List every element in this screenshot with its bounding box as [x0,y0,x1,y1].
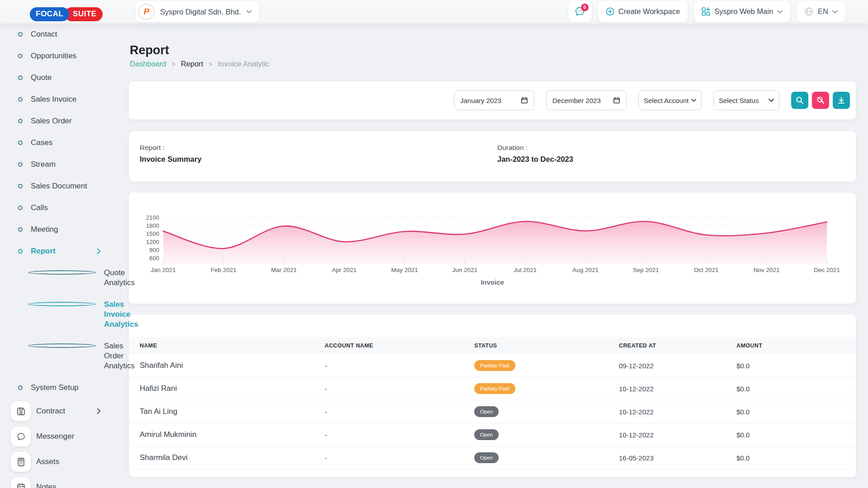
chat-bubble-icon [16,432,26,441]
status-select-value: Select Status [719,97,759,104]
app-selector-label: Syspro Web Main [714,7,773,16]
svg-text:Feb 2021: Feb 2021 [211,267,236,273]
breadcrumb-invoice-analytic: Invoice Analytic [218,60,269,68]
col-header-account-name: ACCOUNT NAME [325,337,474,354]
svg-text:Mar 2021: Mar 2021 [271,267,297,273]
breadcrumb-dashboard[interactable]: Dashboard [130,60,166,68]
sidebar-item-contract[interactable]: Contract [0,399,129,424]
cell-created-at: 10-12-2022 [619,423,736,446]
chevron-down-icon [832,10,838,14]
bullet-icon [28,270,96,275]
workspace-selector[interactable]: P Syspro Digital Sdn. Bhd. [136,1,259,22]
svg-text:Jun 2021: Jun 2021 [452,267,477,273]
chevron-down-icon [691,99,696,102]
sidebar-item-contact[interactable]: Contact [0,23,129,45]
sidebar-item-opportunities[interactable]: Opportunities [0,45,129,67]
table-row[interactable]: Tan Ai Ling - Open 10-12-2022 $0.0 [129,400,856,423]
plus-circle-icon [606,7,614,16]
table-row[interactable]: Hafizi Rani - Partialy Paid 10-12-2022 $… [129,377,856,400]
logo-suite: SUITE [65,7,103,21]
bullet-icon [18,119,23,123]
sidebar-item-stream[interactable]: Stream [0,154,129,175]
table-row[interactable]: Sharifah Aini - Partialy Paid 09-12-2022… [129,354,856,377]
invoice-chart-card: 6009001200150018002100Jan 2021Feb 2021Ma… [129,192,856,304]
notes-tile [11,477,31,488]
create-workspace-label: Create Workspace [618,7,680,16]
sidebar-item-meeting[interactable]: Meeting [0,219,129,240]
filter-bar: January 2023 December 2023 Select Accoun… [129,81,856,119]
svg-text:Sep 2021: Sep 2021 [633,267,659,273]
sidebar-item-system-setup[interactable]: System Setup [0,377,129,399]
svg-text:Aug 2021: Aug 2021 [572,267,599,273]
sidebar-item-label: Cases [31,138,52,147]
report-value: Invoice Summary [140,155,202,164]
sidebar-item-sales-invoice-analytics[interactable]: Sales Invoice Analytics [0,294,129,335]
language-selector[interactable]: EN [797,1,845,22]
language-code: EN [818,7,828,16]
start-date-input[interactable]: January 2023 [454,90,534,110]
sidebar-nav: Contact Opportunities Quote Sales Invoic… [0,23,129,488]
status-badge: Open [474,406,499,417]
duration-summary: Duration : Jan-2023 to Dec-2023 [497,144,573,164]
calendar-icon[interactable] [521,97,528,104]
sidebar-item-notes[interactable]: Notes [0,474,129,488]
svg-text:Nov 2021: Nov 2021 [754,267,780,273]
bullet-icon [18,162,23,167]
assets-tile [11,452,31,472]
app-logo: FOCAL SUITE [30,7,103,21]
search-icon [796,96,804,104]
sidebar-item-sales-document[interactable]: Sales Document [0,175,129,197]
sidebar-item-quote[interactable]: Quote [0,67,129,89]
bullet-icon [18,75,23,80]
cell-name: Sharmila Devi [129,446,325,469]
svg-text:Jan 2021: Jan 2021 [151,267,176,273]
table-row[interactable]: Amirul Mukminin - Open 10-12-2022 $0.0 [129,423,856,446]
bullet-icon [18,206,23,210]
breadcrumb-report[interactable]: Report [181,60,203,68]
bullet-icon [18,141,23,145]
svg-text:2100: 2100 [146,214,159,221]
filter-buttons [791,92,850,109]
sidebar-item-label: Contact [31,30,57,39]
cell-amount: $0.0 [736,446,856,469]
download-button[interactable] [833,92,850,109]
status-badge: Partialy Paid [474,360,515,371]
chevron-right-icon [97,408,101,414]
account-select[interactable]: Select Account [638,90,702,110]
cell-created-at: 10-12-2022 [619,400,736,423]
sidebar-item-sales-order-analytics[interactable]: Sales Order Analytics [0,335,129,377]
messages-button[interactable]: 0 [568,1,592,22]
cell-name: Amirul Mukminin [129,423,325,446]
cell-created-at: 10-12-2022 [619,377,736,400]
search-button[interactable] [791,92,808,109]
logo-focal: FOCAL [30,7,69,21]
app-selector[interactable]: Syspro Web Main [694,1,790,22]
sidebar-item-messenger[interactable]: Messenger [0,424,129,449]
clear-search-button[interactable] [812,92,829,109]
sidebar-item-sales-invoice[interactable]: Sales Invoice [0,89,129,110]
sidebar-item-assets[interactable]: Assets [0,449,129,474]
breadcrumb: Dashboard > Report > Invoice Analytic [130,60,269,68]
download-icon [837,96,845,104]
status-select[interactable]: Select Status [713,90,779,110]
calendar-icon[interactable] [613,97,620,104]
bullet-icon [18,32,23,37]
sidebar-item-sales-order[interactable]: Sales Order [0,110,129,132]
table-row[interactable]: Sharmila Devi - Open 16-05-2023 $0.0 [129,446,856,469]
status-badge: Open [474,452,499,463]
svg-text:Jul 2021: Jul 2021 [514,267,537,273]
svg-text:Oct 2021: Oct 2021 [694,267,719,273]
sidebar-item-report[interactable]: Report [0,240,129,262]
create-workspace-button[interactable]: Create Workspace [598,1,688,22]
breadcrumb-separator: > [208,61,212,68]
sidebar-item-quote-analytics[interactable]: Quote Analytics [0,262,129,294]
cell-account-name: - [325,400,474,423]
bullet-icon [18,184,23,188]
breadcrumb-separator: > [172,61,175,68]
sidebar-item-calls[interactable]: Calls [0,197,129,219]
cell-amount: $0.0 [736,423,856,446]
floppy-save-icon [16,407,26,416]
end-date-input[interactable]: December 2023 [546,90,627,110]
sidebar-item-label: Sales Document [31,182,87,191]
sidebar-item-cases[interactable]: Cases [0,132,129,154]
